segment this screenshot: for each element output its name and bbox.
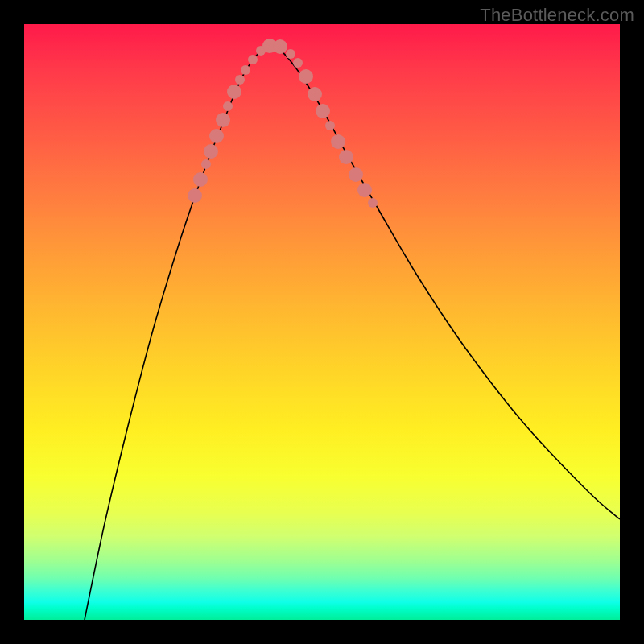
bead-marker: [299, 69, 313, 84]
bead-marker: [201, 159, 211, 169]
watermark-text: TheBottleneck.com: [480, 5, 634, 26]
bead-marker: [339, 150, 353, 164]
bead-marker: [308, 87, 322, 101]
bead-marker: [293, 58, 303, 68]
bead-marker: [368, 198, 378, 208]
bottleneck-curve: [85, 45, 620, 620]
bead-marker: [241, 65, 250, 75]
bead-marker: [193, 172, 208, 187]
bead-marker: [331, 134, 345, 149]
bead-marker: [204, 144, 218, 159]
bead-marker: [216, 113, 230, 127]
bead-marker: [188, 188, 202, 203]
bead-marker: [223, 101, 233, 111]
bead-marker: [248, 55, 258, 64]
highlight-beads: [188, 39, 378, 208]
bead-marker: [349, 167, 363, 182]
bead-marker: [316, 104, 330, 118]
bead-marker: [286, 49, 295, 59]
chart-area: [24, 24, 620, 620]
bead-marker: [227, 85, 242, 99]
bead-marker: [273, 39, 287, 54]
bead-marker: [357, 183, 372, 197]
bead-marker: [325, 121, 335, 130]
bottleneck-chart: [24, 24, 620, 620]
bead-marker: [209, 129, 224, 143]
bead-marker: [235, 75, 245, 85]
